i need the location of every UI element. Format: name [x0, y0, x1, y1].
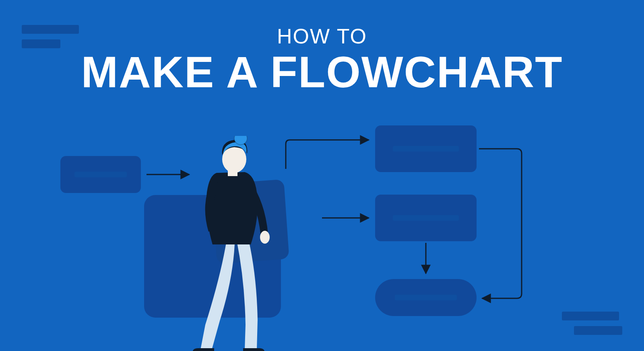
- svg-point-3: [260, 231, 270, 244]
- flow-node-end: [375, 279, 477, 316]
- flow-node-start: [60, 156, 141, 193]
- decorative-bars-bottom-right: [558, 312, 622, 335]
- placeholder-bar: [574, 326, 622, 335]
- title-block: HOW TO MAKE A FLOWCHART: [0, 24, 644, 97]
- placeholder-bar: [562, 312, 619, 320]
- node-label-placeholder: [74, 172, 127, 177]
- node-label-placeholder: [393, 215, 459, 221]
- main-title: MAKE A FLOWCHART: [0, 46, 644, 97]
- person-illustration-icon: [180, 136, 285, 351]
- flow-node-step1: [375, 125, 477, 172]
- node-label-placeholder: [395, 295, 457, 300]
- flow-node-step2: [375, 195, 477, 241]
- node-label-placeholder: [393, 146, 459, 152]
- overline-text: HOW TO: [0, 24, 644, 48]
